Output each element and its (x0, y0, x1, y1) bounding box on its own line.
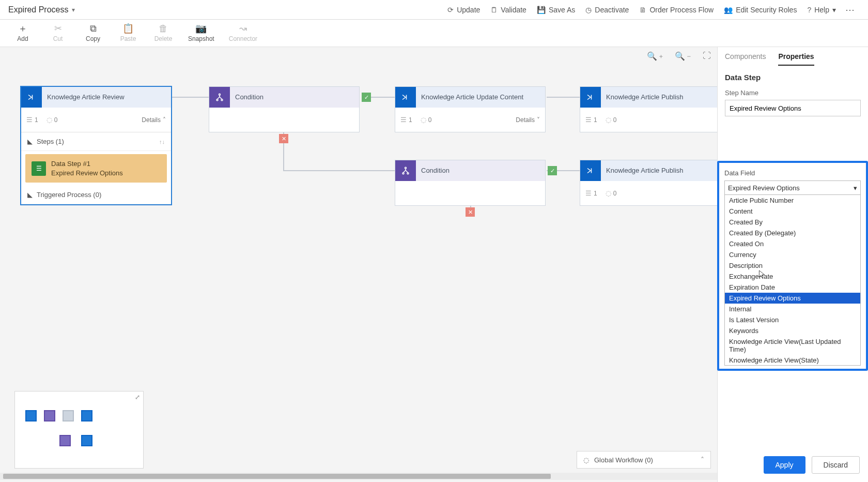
details-toggle[interactable]: Details˄ (142, 116, 166, 124)
stage-condition-2[interactable]: Condition (395, 160, 546, 206)
paste-button[interactable]: 📋Paste (118, 24, 138, 42)
svg-point-8 (407, 173, 409, 174)
workflow-icon: ◌ (583, 456, 589, 464)
cut-button[interactable]: ✂Cut (48, 24, 68, 42)
dropdown-option[interactable]: ExchangeRate (725, 271, 860, 282)
global-workflow-label: Global Workflow (0) (594, 456, 653, 464)
dropdown-option[interactable]: Created On (725, 238, 860, 249)
properties-panel: Components Properties Data Step Step Nam… (717, 47, 868, 482)
validate-action[interactable]: 🗒Validate (485, 4, 532, 16)
stage-title: Condition (230, 93, 355, 101)
stage-icon (21, 87, 42, 108)
dropdown-option[interactable]: Knowledge Article View(State) (725, 355, 860, 366)
dropdown-option[interactable]: Created By (725, 217, 860, 228)
condition-icon (209, 87, 230, 108)
condition-icon (395, 160, 416, 181)
dropdown-option[interactable]: Internal (725, 304, 860, 314)
triggered-section-header[interactable]: ◣ Triggered Process (0) (21, 186, 171, 204)
data-field-select[interactable]: Expired Review Options ▾ (724, 180, 861, 195)
minimap-node (59, 435, 71, 446)
dropdown-option[interactable]: Currency (725, 249, 860, 260)
dropdown-option[interactable]: Keywords (725, 325, 860, 336)
data-step-item[interactable]: ☰ Data Step #1 Expired Review Options (25, 154, 167, 183)
fit-screen-icon[interactable]: ⛶ (703, 51, 711, 62)
trash-icon: 🗑 (159, 24, 168, 33)
save-as-action[interactable]: 💾Save As (532, 4, 580, 16)
dropdown-option[interactable]: Knowledge Article View(Last Updated Time… (725, 336, 860, 355)
stage-body: ☰1 ◌0 De (580, 108, 717, 132)
tab-components[interactable]: Components (725, 52, 766, 66)
chevron-up-icon: ˄ (701, 456, 704, 464)
connector-icon: ↝ (239, 24, 247, 33)
dropdown-option[interactable]: Expired Review Options (725, 293, 860, 304)
steps-icon: ☰ (400, 116, 407, 124)
stage-header: Condition (395, 160, 545, 181)
clipboard-icon: 🗒 (490, 6, 498, 14)
expand-icon[interactable]: ⤢ (135, 394, 140, 401)
trigger-icon: ◌ (421, 116, 426, 124)
edit-security-action[interactable]: 👥Edit Security Roles (719, 4, 802, 16)
stage-body: ☰1 ◌0 Details˅ (395, 108, 545, 132)
zoom-out-icon[interactable]: 🔍﹣ (675, 51, 693, 62)
design-canvas[interactable]: 🔍﹢ 🔍﹣ ⛶ Knowledge Article Review ☰1 ◌0 D… (0, 47, 717, 482)
stage-update-content[interactable]: Knowledge Article Update Content ☰1 ◌0 D… (395, 86, 546, 132)
snapshot-button[interactable]: 📷Snapshot (188, 24, 214, 42)
scrollbar-thumb[interactable] (3, 474, 551, 479)
tab-properties[interactable]: Properties (778, 52, 814, 66)
dropdown-option[interactable]: Expiration Date (725, 282, 860, 293)
delete-button[interactable]: 🗑Delete (153, 24, 174, 42)
main-area: 🔍﹢ 🔍﹣ ⛶ Knowledge Article Review ☰1 ◌0 D… (0, 47, 868, 482)
chevron-down-icon: ˅ (537, 116, 540, 124)
dropdown-option[interactable]: Description (725, 260, 860, 271)
deactivate-action[interactable]: ◷Deactivate (580, 4, 634, 16)
stage-icon (580, 160, 601, 181)
dropdown-option[interactable]: Is Latest Version (725, 314, 860, 325)
triangle-icon: ◣ (27, 138, 33, 145)
add-button[interactable]: ＋Add (12, 24, 33, 42)
process-title[interactable]: Expired Process ▾ (8, 5, 75, 14)
stage-publish-2[interactable]: Knowledge Article Publish ☰1 ◌0 De (580, 160, 717, 206)
zoom-in-icon[interactable]: 🔍﹢ (647, 51, 665, 62)
data-step-icon: ☰ (32, 161, 46, 176)
panel-footer: Apply Discard (718, 448, 868, 482)
minimap[interactable]: ⤢ (14, 391, 144, 469)
steps-section-header[interactable]: ◣ Steps (1) ↑↓ (21, 132, 171, 151)
paste-icon: 📋 (122, 24, 134, 33)
process-title-text: Expired Process (8, 5, 69, 14)
stage-title: Knowledge Article Review (42, 93, 167, 101)
update-action[interactable]: ⟳Update (442, 4, 485, 16)
reorder-icons[interactable]: ↑↓ (159, 139, 165, 145)
help-action[interactable]: ?Help▾ (802, 4, 841, 16)
dropdown-option[interactable]: Content (725, 206, 860, 217)
dropdown-option[interactable]: Article Public Number (725, 195, 860, 206)
stage-publish-1[interactable]: Knowledge Article Publish ☰1 ◌0 De (580, 86, 717, 132)
step-name-input[interactable] (725, 100, 861, 116)
svg-point-1 (219, 94, 221, 95)
order-flow-action[interactable]: 🗎Order Process Flow (634, 4, 719, 16)
zoom-controls: 🔍﹢ 🔍﹣ ⛶ (647, 51, 711, 62)
apply-button[interactable]: Apply (764, 456, 805, 474)
stage-body (395, 181, 545, 205)
details-toggle[interactable]: Details˅ (516, 116, 540, 124)
data-field-dropdown-list[interactable]: Article Public NumberContentCreated ByCr… (724, 195, 861, 366)
stage-icon (395, 87, 416, 108)
horizontal-scrollbar[interactable] (0, 473, 717, 480)
discard-button[interactable]: Discard (812, 456, 860, 474)
minimap-node (81, 410, 92, 421)
more-actions[interactable]: ⋯ (841, 4, 860, 16)
stage-expanded-details: ◣ Steps (1) ↑↓ ☰ Data Step #1 Expired Re… (21, 132, 171, 204)
stage-title: Knowledge Article Publish (601, 167, 717, 175)
copy-icon: ⧉ (90, 24, 97, 33)
copy-button[interactable]: ⧉Copy (83, 24, 103, 42)
stage-header: Knowledge Article Publish (580, 87, 717, 108)
save-icon: 💾 (537, 6, 546, 14)
trigger-icon: ◌ (47, 116, 52, 124)
stage-title: Condition (416, 167, 541, 175)
stage-condition-1[interactable]: Condition (209, 86, 360, 132)
stage-knowledge-article-review[interactable]: Knowledge Article Review ☰1 ◌0 Details˄ … (21, 86, 172, 205)
connector-button[interactable]: ↝Connector (229, 24, 257, 42)
dropdown-option[interactable]: Created By (Delegate) (725, 228, 860, 238)
trigger-icon: ◌ (606, 116, 611, 124)
svg-point-6 (405, 167, 407, 169)
global-workflow-bar[interactable]: ◌ Global Workflow (0) ˄ (577, 451, 711, 469)
